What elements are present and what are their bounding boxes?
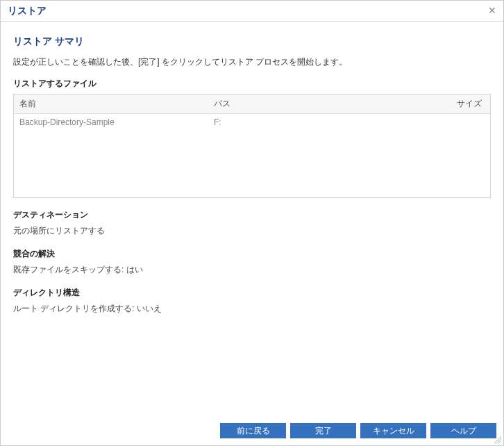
destination-heading: デスティネーション xyxy=(13,209,491,221)
finish-button[interactable]: 完了 xyxy=(290,423,356,438)
cell-path: F: xyxy=(208,114,417,131)
back-button[interactable]: 前に戻る xyxy=(220,423,286,438)
help-button[interactable]: ヘルプ xyxy=(430,423,496,438)
files-heading: リストアするファイル xyxy=(13,78,491,90)
conflict-heading: 競合の解決 xyxy=(13,248,491,260)
button-bar: 前に戻る 完了 キャンセル ヘルプ xyxy=(220,423,496,438)
content-area: リストア サマリ 設定が正しいことを確認した後、[完了] をクリックしてリストア… xyxy=(1,22,503,315)
files-table: 名前 パス サイズ Backup-Directory-Sample F: xyxy=(13,94,491,198)
destination-value: 元の場所にリストアする xyxy=(13,225,491,237)
titlebar: リストア ✕ xyxy=(1,1,503,22)
window-title: リストア xyxy=(8,5,47,16)
dir-structure-value: ルート ディレクトリを作成する: いいえ xyxy=(13,303,491,315)
files-table-header: 名前 パス サイズ xyxy=(14,94,490,114)
page-title: リストア サマリ xyxy=(13,35,491,48)
cell-name: Backup-Directory-Sample xyxy=(14,114,208,131)
col-header-name[interactable]: 名前 xyxy=(14,94,208,113)
table-row[interactable]: Backup-Directory-Sample F: xyxy=(14,114,490,131)
col-header-size[interactable]: サイズ xyxy=(417,94,490,113)
col-header-path[interactable]: パス xyxy=(208,94,417,113)
conflict-value: 既存ファイルをスキップする: はい xyxy=(13,264,491,276)
page-description: 設定が正しいことを確認した後、[完了] をクリックしてリストア プロセスを開始し… xyxy=(13,56,491,68)
cell-size xyxy=(417,114,490,131)
cancel-button[interactable]: キャンセル xyxy=(360,423,426,438)
close-icon[interactable]: ✕ xyxy=(487,5,498,16)
dir-structure-heading: ディレクトリ構造 xyxy=(13,287,491,299)
